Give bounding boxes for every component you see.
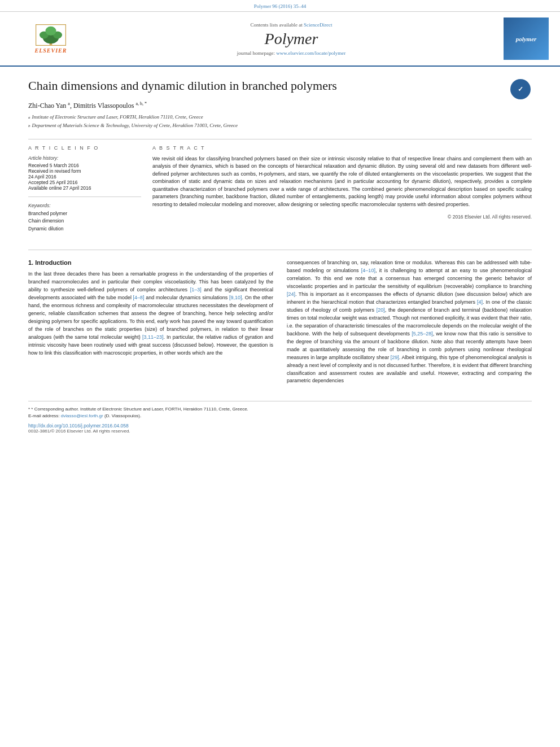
- article-title: Chain dimensions and dynamic dilution in…: [28, 78, 337, 94]
- article-history-block: Article history: Received 5 March 2016 R…: [28, 155, 141, 191]
- elsevier-tree-icon: [31, 24, 71, 46]
- affiliation-a: a Institute of Electronic Structure and …: [28, 113, 532, 121]
- section1-heading: 1. Introduction: [28, 259, 273, 266]
- polymer-logo: polymer: [504, 18, 549, 60]
- author2: Dimitris Vlassopoulos: [73, 102, 134, 110]
- contents-label: Contents lists available at ScienceDirec…: [90, 22, 492, 28]
- ref-24: [24]: [287, 291, 295, 297]
- affiliations: a Institute of Electronic Structure and …: [28, 113, 532, 130]
- ref-29: [29]: [391, 355, 399, 360]
- journal-header: ELSEVIER Contents lists available at Sci…: [0, 12, 560, 67]
- issn-line: 0032-3861/© 2016 Elsevier Ltd. All right…: [28, 429, 532, 434]
- keyword-3: Dynamic dilution: [28, 225, 141, 233]
- ref-3-11-23: [3,11–23]: [142, 334, 164, 340]
- affiliation-b: b Department of Materials Science & Tech…: [28, 122, 532, 130]
- polymer-logo-text: polymer: [516, 36, 537, 42]
- article-body: 1. Introduction In the last three decade…: [28, 250, 532, 434]
- svg-point-4: [45, 27, 56, 36]
- svg-text:✓: ✓: [518, 85, 523, 93]
- journal-header-center: Contents lists available at ScienceDirec…: [90, 22, 492, 56]
- footnote-email-line: E-mail address: dvlasso@iesl.forth.gr (D…: [28, 413, 532, 420]
- doi-line[interactable]: http://dx.doi.org/10.1016/j.polymer.2016…: [28, 423, 532, 429]
- keyword-2: Chain dimension: [28, 217, 141, 225]
- elsevier-branding: ELSEVIER: [11, 22, 90, 56]
- body-left-text: In the last three decades there has been…: [28, 270, 273, 357]
- article-info-column: A R T I C L E I N F O Article history: R…: [28, 145, 141, 239]
- body-right-text: consequences of branching on, say, relax…: [287, 259, 532, 385]
- received-revised-date: 24 April 2016: [28, 174, 141, 180]
- abstract-column: A B S T R A C T We revisit old ideas for…: [152, 145, 532, 239]
- author2-sup: a, b, *: [135, 101, 147, 106]
- accepted-date: Accepted 25 April 2016: [28, 180, 141, 185]
- article-info-label: A R T I C L E I N F O: [28, 145, 141, 151]
- footnote-email-link[interactable]: dvlasso@iesl.forth.gr: [61, 413, 104, 418]
- ref-5-25-28: [5,25–28]: [412, 331, 433, 337]
- ref-9-10: [9,10]: [229, 295, 242, 300]
- copyright-line: © 2016 Elsevier Ltd. All rights reserved…: [152, 214, 532, 220]
- elsevier-logo: ELSEVIER: [17, 22, 85, 56]
- citation-text: Polymer 96 (2016) 35–44: [254, 3, 307, 9]
- affil-text-b: Department of Materials Science & Techno…: [32, 122, 238, 130]
- title-row: Chain dimensions and dynamic dilution in…: [28, 78, 532, 101]
- info-abstract-section: A R T I C L E I N F O Article history: R…: [28, 145, 532, 239]
- crossmark-icon: ✓: [510, 79, 531, 99]
- body-left-column: 1. Introduction In the last three decade…: [28, 259, 273, 390]
- section1-title: Introduction: [35, 259, 71, 266]
- homepage-link[interactable]: www.elsevier.com/locate/polymer: [276, 50, 345, 56]
- journal-header-right: polymer: [492, 18, 549, 60]
- section1-number: 1.: [28, 259, 33, 266]
- keywords-label: Keywords:: [28, 203, 141, 208]
- divider-info: [28, 196, 141, 197]
- article-content: Chain dimensions and dynamic dilution in…: [0, 67, 560, 445]
- author1-sup: a: [68, 101, 70, 106]
- history-label: Article history:: [28, 155, 141, 161]
- affil-sup-b: b: [28, 123, 30, 129]
- divider-1: [28, 139, 532, 139]
- affil-sup-a: a: [28, 115, 30, 121]
- affil-text-a: Institute of Electronic Structure and La…: [32, 113, 203, 121]
- body-right-column: consequences of branching on, say, relax…: [287, 259, 532, 390]
- email-label: E-mail address:: [28, 413, 60, 418]
- journal-title: Polymer: [90, 30, 492, 48]
- keyword-1: Branched polymer: [28, 210, 141, 218]
- abstract-text: We revisit old ideas for classifying bra…: [152, 155, 532, 209]
- abstract-label: A B S T R A C T: [152, 145, 532, 151]
- journal-homepage: journal homepage: www.elsevier.com/locat…: [90, 50, 492, 56]
- crossmark-svg: ✓: [514, 82, 527, 96]
- author1: Zhi-Chao Yan: [28, 102, 66, 110]
- footnote-text: * * Corresponding author. Institute of E…: [28, 406, 532, 413]
- ref-1-3: [1–3]: [190, 287, 202, 292]
- elsevier-text: ELSEVIER: [35, 47, 67, 54]
- body-two-col: 1. Introduction In the last three decade…: [28, 259, 532, 390]
- received-date: Received 5 March 2016: [28, 163, 141, 168]
- available-online: Available online 27 April 2016: [28, 185, 141, 191]
- ref-20: [20]: [377, 307, 385, 313]
- top-citation-bar: Polymer 96 (2016) 35–44: [0, 0, 560, 12]
- authors-line: Zhi-Chao Yan a, Dimitris Vlassopoulos a,…: [28, 101, 532, 110]
- footnote-area: * * Corresponding author. Institute of E…: [28, 401, 532, 434]
- keywords-block: Keywords: Branched polymer Chain dimensi…: [28, 203, 141, 233]
- footnote-email-suffix: (D. Vlassopoulos).: [104, 413, 141, 418]
- ref-4-10: [4–10]: [361, 268, 375, 273]
- ref-4-8: [4–8]: [133, 295, 145, 300]
- page: Polymer 96 (2016) 35–44 ELSEVIER: [0, 0, 560, 747]
- ref-4b: [4]: [477, 299, 483, 305]
- footnote-corresponding: * Corresponding author. Institute of Ele…: [31, 407, 248, 412]
- crossmark[interactable]: ✓: [509, 78, 532, 101]
- received-revised-label: Received in revised form: [28, 168, 141, 174]
- sciencedirect-link[interactable]: ScienceDirect: [304, 22, 332, 28]
